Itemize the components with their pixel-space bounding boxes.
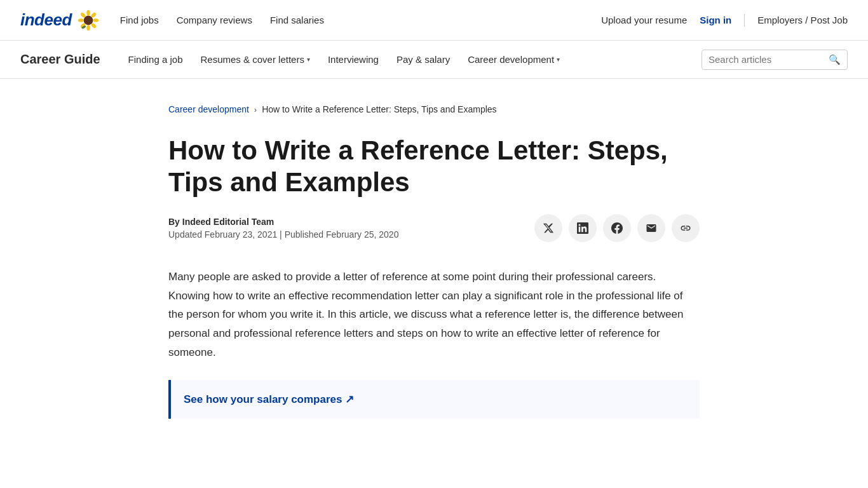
career-guide-title: Career Guide	[20, 52, 100, 67]
email-share-button[interactable]	[637, 214, 665, 242]
article-title: How to Write a Reference Letter: Steps, …	[168, 135, 689, 199]
email-icon	[646, 222, 657, 234]
pay-salary-link[interactable]: Pay & salary	[389, 49, 458, 70]
linkedin-share-button[interactable]	[569, 214, 597, 242]
facebook-share-button[interactable]	[603, 214, 631, 242]
breadcrumb-parent-link[interactable]: Career development	[168, 104, 249, 114]
article-body: Many people are asked to provide a lette…	[168, 268, 700, 419]
top-nav: indeed Find jobs Company reviews	[0, 0, 868, 41]
svg-point-7	[78, 18, 84, 22]
career-guide-nav: Career Guide Finding a job Resumes & cov…	[0, 41, 868, 79]
cg-nav-links: Finding a job Resumes & cover letters ▾ …	[121, 49, 702, 70]
twitter-share-button[interactable]	[534, 214, 562, 242]
indeed-logo[interactable]: indeed	[20, 9, 100, 32]
author-name: By Indeed Editorial Team	[168, 217, 274, 227]
resumes-link[interactable]: Resumes & cover letters ▾	[193, 49, 318, 70]
salary-compare-link[interactable]: See how your salary compares ↗	[184, 393, 354, 405]
svg-point-1	[86, 10, 90, 15]
breadcrumb-chevron: ›	[254, 105, 257, 114]
search-box: 🔍	[702, 50, 848, 70]
search-icon: 🔍	[829, 54, 841, 65]
breadcrumb-current: How to Write a Reference Letter: Steps, …	[262, 104, 496, 114]
career-dev-dropdown-arrow: ▾	[557, 56, 560, 63]
upload-resume-link[interactable]: Upload your resume	[601, 15, 687, 25]
sign-in-link[interactable]: Sign in	[700, 15, 731, 25]
top-nav-right: Upload your resume Sign in Employers / P…	[601, 14, 848, 27]
svg-point-3	[93, 18, 98, 22]
article-intro-paragraph: Many people are asked to provide a lette…	[168, 268, 700, 362]
nav-divider	[744, 14, 745, 27]
employers-link[interactable]: Employers / Post Job	[757, 15, 848, 25]
sunflower-icon	[77, 9, 100, 32]
interviewing-link[interactable]: Interviewing	[320, 49, 386, 70]
resumes-dropdown-arrow: ▾	[307, 56, 310, 63]
main-content: Career development › How to Write a Refe…	[0, 79, 868, 457]
author-line: By Indeed Editorial Team	[168, 217, 398, 227]
find-salaries-link[interactable]: Find salaries	[270, 15, 324, 25]
article-meta: By Indeed Editorial Team Updated Februar…	[168, 217, 398, 240]
social-share-buttons	[534, 214, 700, 242]
twitter-icon	[543, 222, 554, 234]
search-input[interactable]	[709, 54, 826, 65]
meta-row: By Indeed Editorial Team Updated Februar…	[168, 214, 700, 242]
callout-box: See how your salary compares ↗	[168, 380, 700, 419]
copy-link-button[interactable]	[672, 214, 700, 242]
facebook-icon	[611, 222, 623, 234]
find-jobs-link[interactable]: Find jobs	[120, 15, 159, 25]
career-dev-link[interactable]: Career development ▾	[460, 49, 567, 70]
indeed-wordmark: indeed	[20, 10, 72, 30]
finding-job-link[interactable]: Finding a job	[121, 49, 191, 70]
company-reviews-link[interactable]: Company reviews	[177, 15, 252, 25]
date-line: Updated February 23, 2021 | Published Fe…	[168, 229, 398, 240]
top-nav-links: Find jobs Company reviews Find salaries	[120, 15, 601, 25]
linkedin-icon	[577, 222, 588, 234]
link-icon	[680, 222, 691, 234]
svg-point-5	[86, 25, 90, 30]
svg-point-9	[84, 15, 93, 24]
breadcrumb: Career development › How to Write a Refe…	[168, 104, 700, 114]
